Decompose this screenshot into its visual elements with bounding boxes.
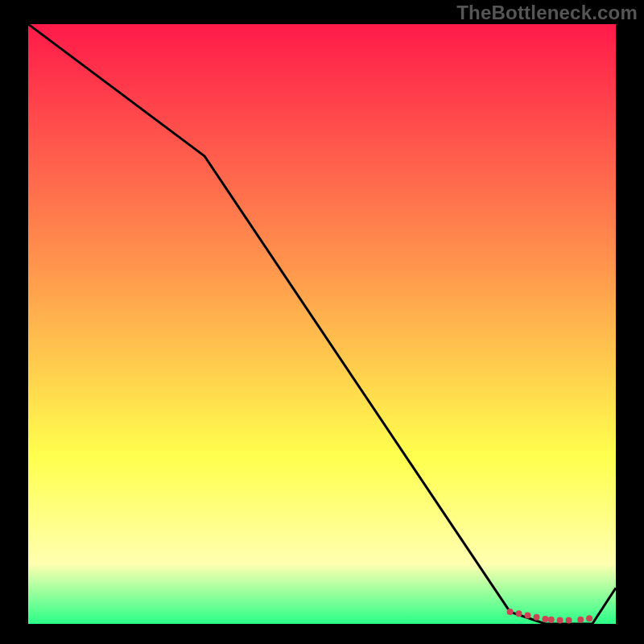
watermark-text: TheBottleneck.com — [456, 2, 638, 24]
data-marker — [586, 615, 592, 621]
data-marker — [548, 617, 555, 623]
plot-area — [28, 24, 616, 624]
chart-frame: TheBottleneck.com — [0, 0, 644, 644]
data-marker — [525, 613, 531, 619]
data-marker — [577, 617, 584, 623]
data-marker — [507, 609, 514, 615]
data-marker — [534, 614, 540, 621]
gradient-background — [28, 24, 616, 624]
data-marker — [557, 617, 564, 624]
chart-svg — [28, 24, 616, 624]
data-marker — [566, 617, 572, 624]
data-marker — [516, 610, 522, 617]
data-marker — [542, 616, 548, 622]
